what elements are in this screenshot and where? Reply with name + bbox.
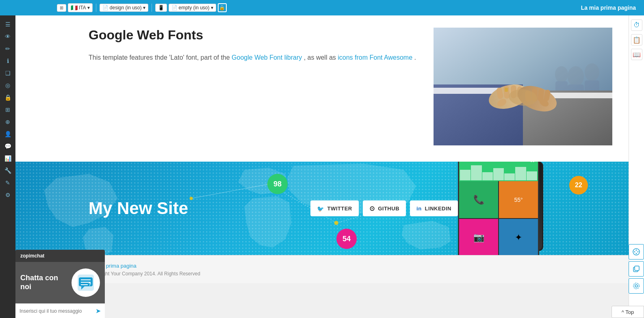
phone-chart-area: 55° xyxy=(459,162,538,181)
content-body: This template features thde 'Lato' font,… xyxy=(89,52,417,63)
app-tile-phone: 📞 xyxy=(459,181,498,218)
empty-label: empty (in uso) xyxy=(179,5,210,11)
bubble-98: 98 xyxy=(267,174,288,194)
separator-1 xyxy=(96,4,96,12)
social-buttons: 🐦 TWITTER ⊙ GITHUB in LINKEDIN xyxy=(310,201,458,216)
sidebar-lock-icon[interactable]: 🔒 xyxy=(1,92,14,103)
language-label: ITA xyxy=(79,5,86,11)
top-button[interactable]: ^ Top xyxy=(611,306,644,318)
separator-2 xyxy=(152,4,152,12)
svg-point-1 xyxy=(568,66,584,87)
svg-rect-24 xyxy=(505,88,508,92)
svg-point-47 xyxy=(633,283,639,289)
svg-text:?: ? xyxy=(89,282,91,287)
bubble-54-value: 54 xyxy=(343,235,351,243)
chat-input[interactable] xyxy=(20,308,92,314)
target-icon[interactable]: ◎ xyxy=(1,80,14,91)
lang-chevron-icon: ▾ xyxy=(87,5,90,11)
phone-icon: 📱 xyxy=(158,5,164,11)
twitter-icon: 🐦 xyxy=(317,205,324,212)
github-label: GITHUB xyxy=(378,206,399,212)
linkedin-icon: in xyxy=(416,206,422,212)
pages-icon: ⊞ xyxy=(60,5,63,11)
chart-icon[interactable]: 📊 xyxy=(1,153,14,164)
chat-header: zopimchat xyxy=(15,250,105,262)
phone-chart-bars xyxy=(459,164,538,181)
twitter-button[interactable]: 🐦 TWITTER xyxy=(310,201,359,216)
linkedin-button[interactable]: in LINKEDIN xyxy=(410,201,458,216)
table-icon[interactable]: ⊞ xyxy=(1,104,14,115)
bubble-54: 54 xyxy=(336,229,357,249)
chat-greeting: Chatta con noi xyxy=(20,274,67,291)
chat-send-icon[interactable]: ➤ xyxy=(95,307,101,315)
bubble-98-value: 98 xyxy=(273,180,282,188)
content-title: Google Web Fonts xyxy=(89,28,417,43)
pages-button[interactable]: ⊞ xyxy=(57,4,66,12)
main-content: Google Web Fonts This template features … xyxy=(15,15,629,318)
language-selector[interactable]: 🇮🇹 ITA ▾ xyxy=(68,3,93,12)
chat-avatar-icon: ? xyxy=(72,268,100,297)
open-book-icon[interactable]: 📖 xyxy=(631,49,642,60)
phone-mockup: 55° 📞 55° xyxy=(458,162,539,255)
design-selector[interactable]: 📄 design (in uso) ▾ xyxy=(100,4,148,12)
github-button[interactable]: ⊙ GITHUB xyxy=(363,201,406,216)
app-tile-temp: 55° xyxy=(499,181,538,218)
bubble-22: 22 xyxy=(569,176,588,195)
chat-body: Chatta con noi ? xyxy=(15,262,105,303)
bottom-right-buttons xyxy=(629,244,644,294)
twitter-label: TWITTER xyxy=(327,206,352,212)
phone-container: 55° 📞 55° xyxy=(458,162,559,255)
wrench-icon[interactable]: 🔧 xyxy=(1,165,14,176)
app-tile-star: ✦ xyxy=(499,219,538,255)
drag-button[interactable] xyxy=(629,244,644,260)
content-text-area: Google Web Fonts This template features … xyxy=(89,28,417,63)
plus-circle-icon[interactable]: ⊕ xyxy=(1,116,14,128)
top-toolbar: ⊞ 🇮🇹 ITA ▾ 📄 design (in uso) ▾ 📱 📄 empty… xyxy=(0,0,644,15)
linkedin-label: LINKEDIN xyxy=(425,206,451,212)
cursor-icon[interactable]: ☰ xyxy=(1,19,14,30)
empty-chevron-icon: ▾ xyxy=(211,5,213,11)
phone-screen: 55° 📞 55° xyxy=(459,162,538,255)
body-text-1: This template features thde 'Lato' font,… xyxy=(89,54,232,61)
flag-icon: 🇮🇹 xyxy=(71,4,78,11)
svg-point-3 xyxy=(585,63,599,81)
svg-point-32 xyxy=(334,221,338,225)
layers-icon[interactable]: ❑ xyxy=(1,67,14,79)
pencil-icon[interactable]: ✎ xyxy=(1,177,14,188)
info-icon[interactable]: ℹ xyxy=(1,55,14,67)
body-text-2: , as well as xyxy=(304,54,338,61)
clock-icon[interactable]: ⏱ xyxy=(631,19,642,31)
toolbar-left: ⊞ 🇮🇹 ITA ▾ 📄 design (in uso) ▾ 📱 📄 empty… xyxy=(0,3,227,12)
left-sidebar: ☰ 👁 ✏ ℹ ❑ ◎ 🔒 ⊞ ⊕ 👤 💬 📊 🔧 ✎ ⚙ xyxy=(0,15,15,318)
lock-button[interactable]: 🔒 xyxy=(218,3,227,12)
google-font-link[interactable]: Google Web Font library xyxy=(232,54,302,61)
github-icon: ⊙ xyxy=(369,205,375,212)
page-title: La mia prima pagina xyxy=(581,4,644,11)
handshake-image xyxy=(434,28,612,145)
content-section: Google Web Fonts This template features … xyxy=(15,15,629,162)
svg-point-5 xyxy=(555,66,568,82)
user-icon[interactable]: 👤 xyxy=(1,128,14,140)
gear-icon[interactable]: ⚙ xyxy=(1,189,14,201)
copy-button[interactable] xyxy=(629,261,644,277)
banner-section: 98 54 22 My New Site 🐦 TWITTER ⊙ GITHUB … xyxy=(15,162,629,255)
bubble-22-value: 22 xyxy=(575,182,582,189)
phone-apps: 📞 55° 📷 ✦ xyxy=(459,181,538,255)
footer-copyright: Copyright Your Company 2014. All Rights … xyxy=(89,271,612,277)
svg-rect-45 xyxy=(635,266,639,270)
comment-icon[interactable]: 💬 xyxy=(1,141,14,152)
empty-page-icon: 📄 xyxy=(171,5,178,11)
settings-bottom-button[interactable] xyxy=(629,278,644,294)
edit-icon[interactable]: ✏ xyxy=(1,43,14,54)
font-awesome-link[interactable]: icons from Font Awesome xyxy=(338,54,412,61)
mobile-button[interactable]: 📱 xyxy=(155,4,167,12)
app-tile-camera: 📷 xyxy=(459,219,498,255)
design-chevron-icon: ▾ xyxy=(143,5,145,11)
empty-selector[interactable]: 📄 empty (in uso) ▾ xyxy=(169,4,216,12)
clipboard-icon[interactable]: 📋 xyxy=(631,34,642,45)
chat-input-bar: ➤ xyxy=(15,303,105,318)
eye-icon[interactable]: 👁 xyxy=(1,31,14,42)
chat-widget: zopimchat Chatta con noi ? ➤ xyxy=(15,250,105,318)
body-text-3: . xyxy=(414,54,416,61)
phone-temp: 55° xyxy=(459,162,538,164)
